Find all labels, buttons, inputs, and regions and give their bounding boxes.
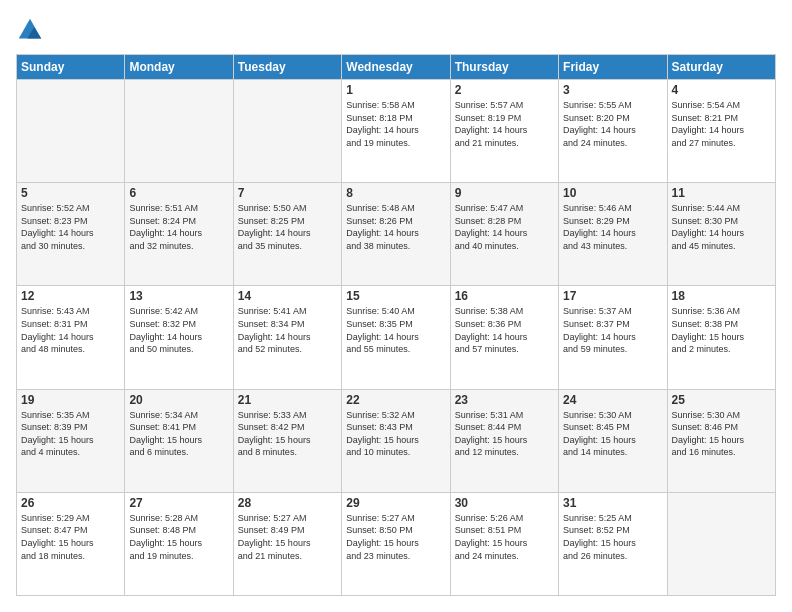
calendar-cell: 31Sunrise: 5:25 AM Sunset: 8:52 PM Dayli…	[559, 492, 667, 595]
day-number: 11	[672, 186, 771, 200]
calendar-cell: 9Sunrise: 5:47 AM Sunset: 8:28 PM Daylig…	[450, 183, 558, 286]
calendar-header-sunday: Sunday	[17, 55, 125, 80]
calendar-cell: 1Sunrise: 5:58 AM Sunset: 8:18 PM Daylig…	[342, 80, 450, 183]
day-number: 30	[455, 496, 554, 510]
calendar-cell: 6Sunrise: 5:51 AM Sunset: 8:24 PM Daylig…	[125, 183, 233, 286]
calendar-cell: 27Sunrise: 5:28 AM Sunset: 8:48 PM Dayli…	[125, 492, 233, 595]
day-info: Sunrise: 5:41 AM Sunset: 8:34 PM Dayligh…	[238, 305, 337, 355]
day-number: 15	[346, 289, 445, 303]
day-info: Sunrise: 5:43 AM Sunset: 8:31 PM Dayligh…	[21, 305, 120, 355]
calendar-cell	[233, 80, 341, 183]
day-number: 5	[21, 186, 120, 200]
calendar-header-wednesday: Wednesday	[342, 55, 450, 80]
day-number: 9	[455, 186, 554, 200]
day-info: Sunrise: 5:51 AM Sunset: 8:24 PM Dayligh…	[129, 202, 228, 252]
calendar-table: SundayMondayTuesdayWednesdayThursdayFrid…	[16, 54, 776, 596]
day-info: Sunrise: 5:25 AM Sunset: 8:52 PM Dayligh…	[563, 512, 662, 562]
calendar-cell: 19Sunrise: 5:35 AM Sunset: 8:39 PM Dayli…	[17, 389, 125, 492]
day-number: 16	[455, 289, 554, 303]
calendar-cell: 10Sunrise: 5:46 AM Sunset: 8:29 PM Dayli…	[559, 183, 667, 286]
day-info: Sunrise: 5:44 AM Sunset: 8:30 PM Dayligh…	[672, 202, 771, 252]
calendar-header-row: SundayMondayTuesdayWednesdayThursdayFrid…	[17, 55, 776, 80]
calendar-cell: 28Sunrise: 5:27 AM Sunset: 8:49 PM Dayli…	[233, 492, 341, 595]
calendar-header-tuesday: Tuesday	[233, 55, 341, 80]
day-info: Sunrise: 5:47 AM Sunset: 8:28 PM Dayligh…	[455, 202, 554, 252]
day-info: Sunrise: 5:46 AM Sunset: 8:29 PM Dayligh…	[563, 202, 662, 252]
day-number: 13	[129, 289, 228, 303]
day-info: Sunrise: 5:27 AM Sunset: 8:50 PM Dayligh…	[346, 512, 445, 562]
day-info: Sunrise: 5:48 AM Sunset: 8:26 PM Dayligh…	[346, 202, 445, 252]
calendar-cell: 21Sunrise: 5:33 AM Sunset: 8:42 PM Dayli…	[233, 389, 341, 492]
calendar-week-row: 1Sunrise: 5:58 AM Sunset: 8:18 PM Daylig…	[17, 80, 776, 183]
day-info: Sunrise: 5:26 AM Sunset: 8:51 PM Dayligh…	[455, 512, 554, 562]
calendar-cell: 2Sunrise: 5:57 AM Sunset: 8:19 PM Daylig…	[450, 80, 558, 183]
calendar-header-monday: Monday	[125, 55, 233, 80]
day-info: Sunrise: 5:37 AM Sunset: 8:37 PM Dayligh…	[563, 305, 662, 355]
calendar-page: SundayMondayTuesdayWednesdayThursdayFrid…	[0, 0, 792, 612]
calendar-header-thursday: Thursday	[450, 55, 558, 80]
calendar-cell: 29Sunrise: 5:27 AM Sunset: 8:50 PM Dayli…	[342, 492, 450, 595]
calendar-cell: 4Sunrise: 5:54 AM Sunset: 8:21 PM Daylig…	[667, 80, 775, 183]
day-info: Sunrise: 5:31 AM Sunset: 8:44 PM Dayligh…	[455, 409, 554, 459]
calendar-cell: 15Sunrise: 5:40 AM Sunset: 8:35 PM Dayli…	[342, 286, 450, 389]
day-number: 24	[563, 393, 662, 407]
calendar-week-row: 19Sunrise: 5:35 AM Sunset: 8:39 PM Dayli…	[17, 389, 776, 492]
calendar-cell: 5Sunrise: 5:52 AM Sunset: 8:23 PM Daylig…	[17, 183, 125, 286]
day-number: 25	[672, 393, 771, 407]
day-info: Sunrise: 5:30 AM Sunset: 8:45 PM Dayligh…	[563, 409, 662, 459]
day-number: 28	[238, 496, 337, 510]
day-number: 4	[672, 83, 771, 97]
day-info: Sunrise: 5:34 AM Sunset: 8:41 PM Dayligh…	[129, 409, 228, 459]
calendar-week-row: 26Sunrise: 5:29 AM Sunset: 8:47 PM Dayli…	[17, 492, 776, 595]
calendar-cell: 11Sunrise: 5:44 AM Sunset: 8:30 PM Dayli…	[667, 183, 775, 286]
day-number: 26	[21, 496, 120, 510]
day-info: Sunrise: 5:30 AM Sunset: 8:46 PM Dayligh…	[672, 409, 771, 459]
day-number: 19	[21, 393, 120, 407]
day-number: 22	[346, 393, 445, 407]
day-info: Sunrise: 5:35 AM Sunset: 8:39 PM Dayligh…	[21, 409, 120, 459]
day-info: Sunrise: 5:54 AM Sunset: 8:21 PM Dayligh…	[672, 99, 771, 149]
day-info: Sunrise: 5:42 AM Sunset: 8:32 PM Dayligh…	[129, 305, 228, 355]
calendar-week-row: 12Sunrise: 5:43 AM Sunset: 8:31 PM Dayli…	[17, 286, 776, 389]
day-number: 8	[346, 186, 445, 200]
calendar-cell	[125, 80, 233, 183]
logo-icon	[16, 16, 44, 44]
calendar-cell: 18Sunrise: 5:36 AM Sunset: 8:38 PM Dayli…	[667, 286, 775, 389]
day-info: Sunrise: 5:33 AM Sunset: 8:42 PM Dayligh…	[238, 409, 337, 459]
calendar-header-friday: Friday	[559, 55, 667, 80]
day-number: 3	[563, 83, 662, 97]
day-number: 10	[563, 186, 662, 200]
calendar-cell: 12Sunrise: 5:43 AM Sunset: 8:31 PM Dayli…	[17, 286, 125, 389]
day-number: 29	[346, 496, 445, 510]
calendar-cell: 8Sunrise: 5:48 AM Sunset: 8:26 PM Daylig…	[342, 183, 450, 286]
calendar-week-row: 5Sunrise: 5:52 AM Sunset: 8:23 PM Daylig…	[17, 183, 776, 286]
day-number: 14	[238, 289, 337, 303]
day-info: Sunrise: 5:32 AM Sunset: 8:43 PM Dayligh…	[346, 409, 445, 459]
calendar-cell: 20Sunrise: 5:34 AM Sunset: 8:41 PM Dayli…	[125, 389, 233, 492]
day-info: Sunrise: 5:27 AM Sunset: 8:49 PM Dayligh…	[238, 512, 337, 562]
day-info: Sunrise: 5:57 AM Sunset: 8:19 PM Dayligh…	[455, 99, 554, 149]
day-number: 20	[129, 393, 228, 407]
day-number: 1	[346, 83, 445, 97]
day-info: Sunrise: 5:29 AM Sunset: 8:47 PM Dayligh…	[21, 512, 120, 562]
day-info: Sunrise: 5:36 AM Sunset: 8:38 PM Dayligh…	[672, 305, 771, 355]
day-number: 2	[455, 83, 554, 97]
logo	[16, 16, 48, 44]
day-info: Sunrise: 5:40 AM Sunset: 8:35 PM Dayligh…	[346, 305, 445, 355]
calendar-cell: 26Sunrise: 5:29 AM Sunset: 8:47 PM Dayli…	[17, 492, 125, 595]
calendar-cell: 30Sunrise: 5:26 AM Sunset: 8:51 PM Dayli…	[450, 492, 558, 595]
day-info: Sunrise: 5:58 AM Sunset: 8:18 PM Dayligh…	[346, 99, 445, 149]
day-number: 6	[129, 186, 228, 200]
calendar-cell: 17Sunrise: 5:37 AM Sunset: 8:37 PM Dayli…	[559, 286, 667, 389]
calendar-cell: 3Sunrise: 5:55 AM Sunset: 8:20 PM Daylig…	[559, 80, 667, 183]
day-info: Sunrise: 5:50 AM Sunset: 8:25 PM Dayligh…	[238, 202, 337, 252]
calendar-cell: 16Sunrise: 5:38 AM Sunset: 8:36 PM Dayli…	[450, 286, 558, 389]
day-number: 17	[563, 289, 662, 303]
calendar-cell: 24Sunrise: 5:30 AM Sunset: 8:45 PM Dayli…	[559, 389, 667, 492]
calendar-cell: 13Sunrise: 5:42 AM Sunset: 8:32 PM Dayli…	[125, 286, 233, 389]
day-number: 21	[238, 393, 337, 407]
day-number: 7	[238, 186, 337, 200]
day-info: Sunrise: 5:52 AM Sunset: 8:23 PM Dayligh…	[21, 202, 120, 252]
calendar-cell: 23Sunrise: 5:31 AM Sunset: 8:44 PM Dayli…	[450, 389, 558, 492]
day-number: 12	[21, 289, 120, 303]
